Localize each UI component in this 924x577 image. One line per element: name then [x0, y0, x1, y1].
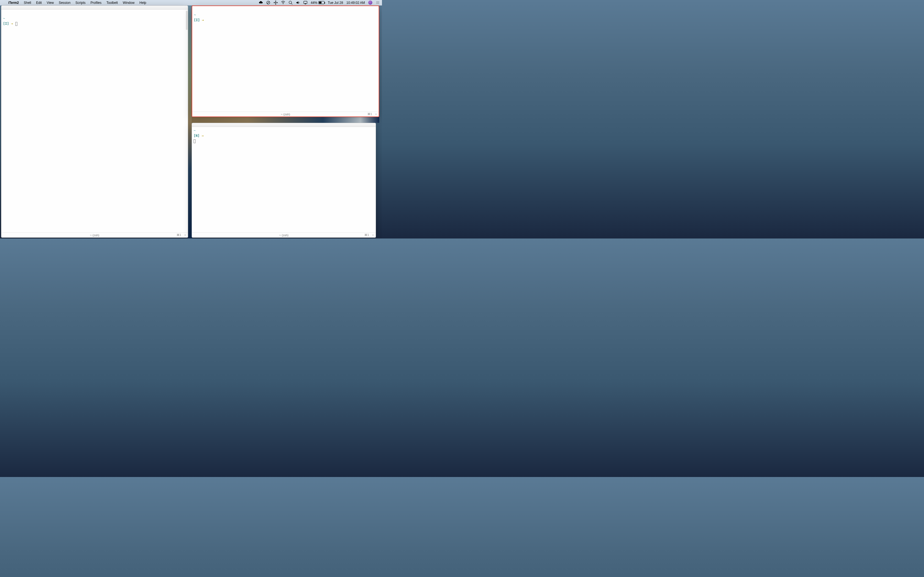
- spotlight-search-icon[interactable]: [289, 0, 292, 5]
- add-tab-button[interactable]: +: [372, 233, 374, 237]
- add-tab-button[interactable]: +: [184, 233, 186, 237]
- terminal-window-bottom-right[interactable]: ~ [N] → ~ (zsh) ⌘1 +: [192, 123, 376, 238]
- prompt-line-blank: [3, 11, 186, 16]
- app-menu[interactable]: iTerm2: [6, 1, 21, 5]
- statusbar-title: ~ (zsh): [90, 234, 99, 237]
- menu-profiles[interactable]: Profiles: [88, 1, 104, 5]
- svg-line-1: [267, 2, 270, 4]
- move-icon[interactable]: [274, 0, 278, 5]
- menu-toolbelt[interactable]: Toolbelt: [104, 1, 120, 5]
- menu-edit[interactable]: Edit: [34, 1, 44, 5]
- terminal-statusbar-bottom-right: ~ (zsh) ⌘1 +: [192, 232, 376, 237]
- cloud-app-icon[interactable]: [259, 0, 263, 5]
- menu-scripts[interactable]: Scripts: [73, 1, 88, 5]
- statusbar-shortcut: ⌘1: [364, 233, 369, 237]
- menu-session[interactable]: Session: [57, 1, 73, 5]
- do-not-disturb-icon[interactable]: [266, 0, 270, 5]
- prompt-line: [N] →: [194, 133, 374, 139]
- menu-view[interactable]: View: [44, 1, 57, 5]
- macos-menubar: iTerm2 Shell Edit View Session Scripts P…: [0, 0, 382, 5]
- svg-point-4: [283, 3, 284, 4]
- menubar-time[interactable]: 10:49:02 AM: [347, 1, 365, 5]
- battery-icon: [318, 1, 325, 4]
- volume-icon[interactable]: [296, 0, 300, 5]
- menubar-left: iTerm2 Shell Edit View Session Scripts P…: [2, 1, 149, 5]
- prompt-line: [I] →: [194, 18, 377, 23]
- desktop-area: ~ [I] → ~ (zsh) ⌘1 + ~ [I] → ~ (zsh) ⌘1 …: [0, 5, 382, 239]
- terminal-titlebar[interactable]: [2, 6, 188, 10]
- battery-percent-label: 44%: [311, 1, 317, 5]
- wifi-icon[interactable]: [281, 0, 285, 5]
- statusbar-title: ~ (zsh): [279, 234, 289, 237]
- menu-window[interactable]: Window: [120, 1, 137, 5]
- cursor: [15, 22, 17, 26]
- terminal-window-top-right-active[interactable]: ~ [I] → ~ (zsh) ⌘1 +: [192, 5, 379, 117]
- statusbar-title: ~ (zsh): [281, 113, 290, 116]
- terminal-content-left[interactable]: ~ [I] →: [2, 10, 188, 232]
- cursor: [194, 139, 195, 143]
- desktop-wallpaper-strip-horizontal: [192, 117, 379, 123]
- prompt-cwd: ~: [194, 12, 377, 18]
- prompt-cwd: ~: [194, 128, 374, 133]
- statusbar-shortcut: ⌘1: [367, 112, 372, 116]
- prompt-line-blank: [194, 7, 377, 12]
- menu-help[interactable]: Help: [137, 1, 149, 5]
- battery-status[interactable]: 44%: [311, 1, 325, 5]
- add-tab-button[interactable]: +: [375, 112, 377, 116]
- notification-center-icon[interactable]: [376, 0, 380, 5]
- terminal-window-left[interactable]: ~ [I] → ~ (zsh) ⌘1 +: [1, 5, 188, 238]
- terminal-statusbar-left: ~ (zsh) ⌘1 +: [2, 232, 188, 237]
- terminal-titlebar[interactable]: [192, 123, 376, 127]
- desktop-wallpaper-strip: [188, 5, 192, 239]
- prompt-cwd: ~: [3, 16, 186, 21]
- statusbar-shortcut: ⌘1: [176, 233, 181, 237]
- terminal-content-bottom-right[interactable]: ~ [N] →: [192, 127, 376, 232]
- menu-shell[interactable]: Shell: [21, 1, 34, 5]
- scrollbar[interactable]: [186, 11, 187, 30]
- app-indicator-icon[interactable]: [368, 0, 372, 5]
- svg-line-6: [291, 3, 292, 5]
- terminal-statusbar-top-right: ~ (zsh) ⌘1 +: [192, 111, 379, 116]
- prompt-line: [I] →: [3, 21, 186, 26]
- menubar-right: 44% Tue Jul 28 10:49:02 AM: [259, 0, 380, 5]
- terminal-content-top-right[interactable]: ~ [I] →: [192, 6, 379, 111]
- airplay-icon[interactable]: [303, 0, 307, 5]
- menubar-date[interactable]: Tue Jul 28: [328, 1, 343, 5]
- svg-point-5: [289, 1, 291, 3]
